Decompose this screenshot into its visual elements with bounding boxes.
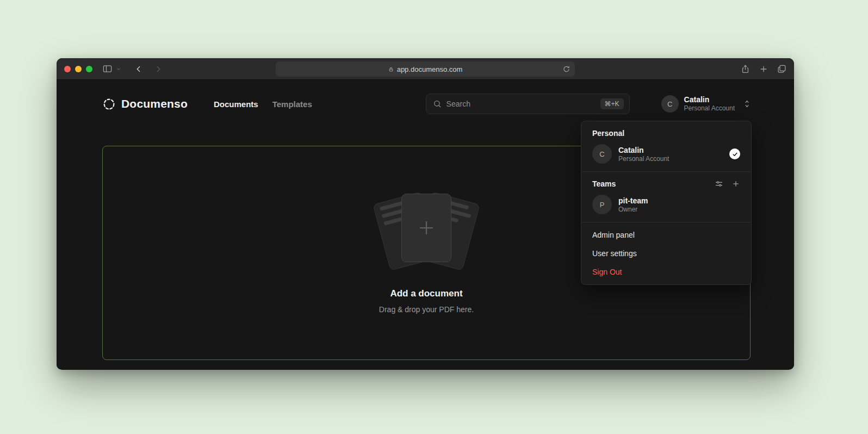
forward-button-icon[interactable] <box>154 65 163 73</box>
traffic-lights <box>64 66 92 72</box>
browser-chrome: app.documenso.com <box>57 58 794 80</box>
teams-section-label: Teams <box>592 179 616 188</box>
team-role: Owner <box>618 206 648 214</box>
manage-teams-icon[interactable] <box>715 179 723 188</box>
personal-name: Catalin <box>618 145 669 155</box>
chrome-right-actions <box>741 64 786 74</box>
account-avatar: C <box>661 95 679 113</box>
dropzone-title: Add a document <box>390 288 462 299</box>
menu-item-personal-account[interactable]: C Catalin Personal Account <box>588 143 745 165</box>
sidebar-toggle-icon[interactable] <box>102 64 113 74</box>
minimize-window-button[interactable] <box>75 66 82 72</box>
nav-documents[interactable]: Documents <box>214 100 258 109</box>
browser-window: app.documenso.com Documenso <box>57 58 794 370</box>
back-button-icon[interactable] <box>134 65 143 73</box>
illustration-card-center <box>401 194 451 262</box>
chevron-down-icon[interactable] <box>116 66 121 72</box>
account-menu-trigger[interactable]: C Catalin Personal Account <box>661 95 751 113</box>
lock-icon <box>388 66 394 72</box>
brand[interactable]: Documenso <box>102 97 188 111</box>
documents-illustration <box>372 193 481 269</box>
menu-personal-section: Personal C Catalin Personal Account <box>581 121 751 171</box>
url-text: app.documenso.com <box>397 65 463 73</box>
menu-item-team[interactable]: P pit-team Owner <box>588 194 745 215</box>
team-name: pit-team <box>618 196 648 206</box>
close-window-button[interactable] <box>64 66 71 72</box>
main-nav: Documents Templates <box>214 100 312 109</box>
menu-item-user-settings[interactable]: User settings <box>581 244 751 263</box>
nav-templates[interactable]: Templates <box>272 100 312 109</box>
search-shortcut-badge: ⌘+K <box>600 98 624 109</box>
zoom-window-button[interactable] <box>86 66 92 72</box>
search-input[interactable]: Search ⌘+K <box>426 94 630 114</box>
personal-section-label: Personal <box>588 128 745 138</box>
menu-actions: Admin panel User settings Sign Out <box>581 222 751 284</box>
add-team-icon[interactable] <box>731 179 740 188</box>
team-avatar: P <box>592 195 612 214</box>
dropzone-subtitle: Drag & drop your PDF here. <box>379 305 474 314</box>
account-dropdown-menu: Personal C Catalin Personal Account Team… <box>581 121 752 285</box>
chevron-updown-icon <box>743 100 751 108</box>
account-name: Catalin <box>684 95 735 104</box>
documenso-logo-icon <box>102 97 116 111</box>
app-content: Documenso Documents Templates Search ⌘+K… <box>57 80 794 369</box>
selected-check-icon <box>729 148 740 159</box>
search-icon <box>433 100 442 108</box>
address-bar[interactable]: app.documenso.com <box>276 61 575 77</box>
account-type: Personal Account <box>684 104 735 113</box>
new-tab-icon[interactable] <box>759 65 768 73</box>
menu-teams-section: Teams P pit-team Owner <box>581 172 751 222</box>
search-placeholder: Search <box>447 100 470 108</box>
reload-icon[interactable] <box>563 66 570 73</box>
personal-avatar: C <box>592 144 612 164</box>
menu-item-admin-panel[interactable]: Admin panel <box>581 226 751 244</box>
brand-name: Documenso <box>121 97 188 110</box>
share-icon[interactable] <box>741 64 750 74</box>
personal-type: Personal Account <box>618 155 669 163</box>
tab-overview-icon[interactable] <box>777 64 786 73</box>
menu-item-sign-out[interactable]: Sign Out <box>581 263 751 281</box>
plus-icon <box>416 218 437 238</box>
